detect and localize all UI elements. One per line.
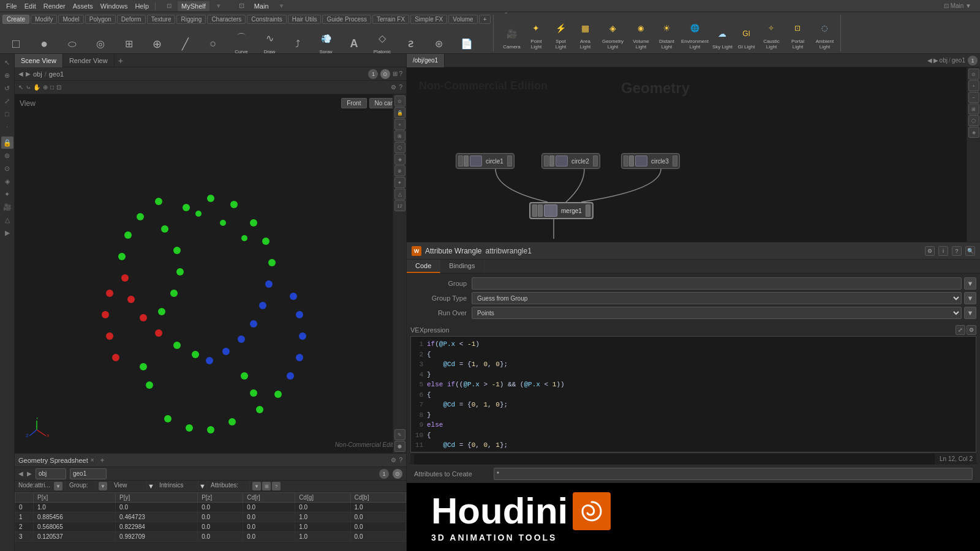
geo-col-view[interactable]: View [110, 481, 147, 492]
ne-forward[interactable]: ▶ [933, 57, 938, 64]
tool-torus[interactable]: ◎ Torus [87, 25, 114, 54]
node-circle2[interactable]: circle2 [541, 153, 600, 169]
node-merge1[interactable]: merge1 [529, 202, 594, 219]
geo-intrinsics-arrow[interactable]: ▼ [198, 481, 207, 492]
geo-forward-btn[interactable]: ▶ [27, 470, 32, 477]
add-view-tab[interactable]: + [115, 54, 127, 67]
tool-line[interactable]: ╱ Line [172, 25, 198, 54]
view-tumble-tool[interactable]: ⤿ [26, 84, 31, 91]
back-btn[interactable]: ◀ [18, 70, 23, 77]
menu-file[interactable]: File [2, 2, 21, 10]
attr-wrangle-info[interactable]: i [938, 246, 948, 256]
point-select[interactable]: · [1, 121, 13, 133]
tool-null[interactable]: ⊕ Null [143, 25, 170, 54]
model-tab[interactable]: Model [58, 15, 83, 24]
tool-draw-curve[interactable]: ∿ Draw Curve [256, 25, 283, 54]
tool-sphere[interactable]: ● Sphere [31, 25, 58, 54]
ne-rt-6[interactable]: ◈ [968, 127, 979, 138]
menu-assets[interactable]: Assets [69, 2, 97, 10]
vp-rt-5[interactable]: ⬡ [394, 142, 405, 153]
transform-tool[interactable]: ⊕ [1, 69, 13, 81]
rigging-tab[interactable]: Rigging [176, 15, 206, 24]
handles-tool[interactable]: ⊙ [1, 162, 13, 174]
guideprocess-tab[interactable]: Guide Process [322, 15, 371, 24]
geo-col-intrinsics[interactable]: Intrinsics [156, 481, 198, 492]
forward-btn[interactable]: ▶ [26, 70, 31, 77]
tool-curve-bezier[interactable]: ⌒ Curve Bezier [228, 25, 255, 54]
ne-rt-3[interactable]: − [968, 92, 979, 103]
geo-obj-path[interactable]: obj [36, 468, 66, 479]
tool-distant-light[interactable]: ☀ Distant Light [654, 15, 679, 51]
characters-tab[interactable]: Characters [207, 15, 246, 24]
modify-tab[interactable]: Modify [31, 15, 57, 24]
hairutils-tab[interactable]: Hair Utils [288, 15, 322, 24]
vp-rt-3[interactable]: × [394, 119, 405, 130]
tab-render-view[interactable]: Render View [63, 54, 115, 67]
ne-rt-1[interactable]: ⊙ [968, 69, 979, 80]
vp-rt-1[interactable]: ⊙ [394, 96, 405, 107]
tool-spot-light[interactable]: ⚡ Spot Light [549, 15, 572, 51]
create-tab[interactable]: Create [2, 15, 29, 24]
geo-lock-btn[interactable]: ⊙ [393, 469, 402, 479]
tool-spray-paint[interactable]: 💨 Spray Paint [312, 25, 339, 54]
geo-attrs-settings-btn[interactable]: ⊞ [262, 482, 271, 490]
vex-code-editor[interactable]: 1 if(@P.x < -1) 2 { 3 @Cd = {1, 0, 0}; 4… [410, 336, 976, 452]
myshelf-label[interactable]: MyShelf [178, 1, 209, 11]
view-snap-tool[interactable]: ⊡ [56, 84, 61, 91]
texture-tab[interactable]: Texture [147, 15, 176, 24]
vp-rt-2[interactable]: 🔒 [394, 107, 405, 118]
geo-help-btn[interactable]: ? [399, 457, 402, 463]
tool-portal-light[interactable]: ⊡ Portal Light [785, 15, 810, 51]
attr-wrangle-search[interactable]: 🔍 [965, 246, 975, 256]
view-pan-tool[interactable]: ✋ [33, 84, 40, 91]
menu-render[interactable]: Render [40, 2, 69, 10]
geo-attrs-help-btn[interactable]: ? [272, 482, 281, 490]
geo-geo1-path[interactable]: geo1 [70, 468, 107, 479]
lock-badge[interactable]: ⊙ [380, 69, 390, 79]
tool-gi-light[interactable]: GI GI Light [735, 15, 757, 51]
path-obj[interactable]: obj [33, 70, 42, 78]
geo-group-filter-btn[interactable]: ▼ [99, 482, 107, 490]
scale-tool[interactable]: ⤢ [1, 95, 13, 107]
rotate-tool[interactable]: ↺ [1, 82, 13, 94]
geo-node-filter-btn[interactable]: ▼ [54, 482, 62, 490]
tool-sky-light[interactable]: ☁ Sky Light [710, 15, 734, 51]
attr-grouptype-dropdown[interactable]: Guess from Group [472, 292, 962, 304]
lights-tool[interactable]: ✦ [1, 188, 13, 200]
myshelf-arrow[interactable]: ▼ [212, 2, 225, 9]
tool-box[interactable]: □ Box [2, 25, 29, 54]
attr-grouptype-arrow[interactable]: ▼ [964, 292, 976, 304]
tool-ambient-light[interactable]: ◌ Ambient Light [811, 15, 838, 51]
geo-add-tab[interactable]: + [97, 455, 108, 466]
geo-view-arrow[interactable]: ▼ [147, 481, 156, 492]
more-tab[interactable]: + [479, 15, 491, 24]
vp-rt-9[interactable]: △ [394, 189, 405, 200]
attr-runover-dropdown[interactable]: Points [472, 307, 962, 319]
tool-caustic-light[interactable]: ✧ Caustic Light [758, 15, 784, 51]
tool-geometry-light[interactable]: ◈ Geometry Light [598, 15, 627, 51]
simplefx-tab[interactable]: Simple FX [410, 15, 447, 24]
vp-rt-12[interactable]: ⬢ [394, 441, 405, 452]
tool-env-light[interactable]: 🌐 Environment Light [680, 15, 709, 51]
vex-status-input[interactable] [414, 454, 935, 465]
main-arrow[interactable]: ▼ [275, 2, 288, 9]
geo-back-btn[interactable]: ◀ [18, 470, 23, 477]
tool-circle[interactable]: ○ Circle [200, 25, 227, 54]
vex-settings-btn[interactable]: ⚙ [967, 325, 976, 335]
tool-camera[interactable]: 🎥 Camera [500, 15, 523, 51]
ne-geo1[interactable]: geo1 [952, 57, 965, 64]
camera-view-tool[interactable]: 🎥 [1, 201, 13, 213]
ne-back[interactable]: ◀ [927, 57, 932, 64]
menu-windows[interactable]: Windows [97, 2, 132, 10]
render-tool[interactable]: ▶ [1, 227, 13, 239]
tab-node-editor[interactable]: /obj/geo1 [407, 54, 445, 67]
view-settings-btn[interactable]: ⚙ [391, 84, 396, 91]
constraints-tab[interactable]: Constraints [247, 15, 287, 24]
tool-file[interactable]: 📄 File [453, 25, 480, 54]
geo-settings-btn[interactable]: ⚙ [391, 457, 396, 463]
tab-scene-view[interactable]: Scene View [15, 54, 63, 67]
attr-wrangle-help[interactable]: ? [952, 246, 962, 256]
vp-rt-8[interactable]: ✦ [394, 177, 405, 188]
tool-tube[interactable]: ⬭ Tube [59, 25, 86, 54]
vp-rt-6[interactable]: ◈ [394, 154, 405, 165]
